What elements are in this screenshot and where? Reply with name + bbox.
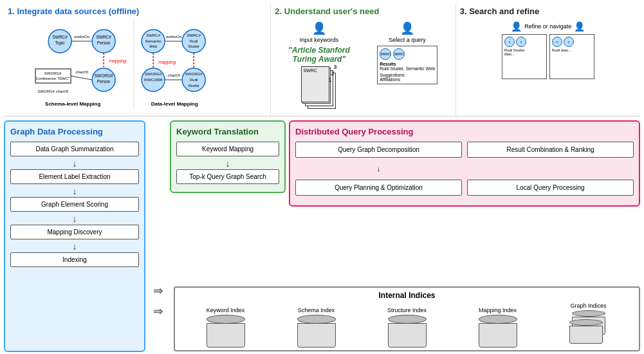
kt-box: Keyword Translation Keyword Mapping ↓ To… xyxy=(170,120,286,193)
indices-title: Internal Indices xyxy=(180,291,634,300)
num-3-badge: 3 xyxy=(333,64,336,70)
side-arrows-col: ⇒ ⇒ xyxy=(149,120,167,352)
refine-node-4: S xyxy=(564,37,574,47)
gdp-step-1: Data Graph Summarization xyxy=(10,142,139,156)
refine-panel-2: S S Rudi dasi... xyxy=(549,34,594,79)
section1-area: 1. Integrate data sources (offline) SWRC… xyxy=(4,4,271,116)
gdp-title: Graph Data Processing xyxy=(10,127,139,136)
cylinder-graph: Graph Indices xyxy=(563,303,614,348)
result-value1: Rudi Studer, Semantic Web xyxy=(380,66,435,71)
cylinder-mapping: Mapping Index xyxy=(472,307,524,348)
gdp-step-5: Indexing xyxy=(10,252,139,267)
dqp-step-2: Result Combination & Ranking xyxy=(467,142,634,158)
cylinder-schema: Schema Index xyxy=(291,307,342,348)
user-icon-select: 👤 xyxy=(400,21,414,35)
svg-text:Person: Person xyxy=(97,41,111,45)
affiliations-label: Affiliations xyxy=(380,77,435,82)
refine-mini-nodes: S S xyxy=(504,37,544,47)
doc-page-front: SWRC xyxy=(301,66,329,102)
gdp-box: Graph Data Processing Data Graph Summari… xyxy=(4,120,145,352)
dqp-step-1: Query Graph Decomposition xyxy=(295,142,462,158)
gdp-step-2: Element Label Extraction xyxy=(10,169,139,184)
refine-label: Refine or navigate xyxy=(524,23,571,30)
kt-arrow-1: ↓ xyxy=(176,159,279,168)
mini-node-1: SWRC xyxy=(380,48,391,60)
svg-text:Studer: Studer xyxy=(188,44,199,48)
select-query-label: Select a query xyxy=(389,37,426,43)
svg-text:Web: Web xyxy=(149,44,158,48)
svg-text:SWRC#: SWRC# xyxy=(187,33,201,37)
result-header: Results xyxy=(380,62,435,66)
cylinder-mapping-body xyxy=(479,323,517,348)
svg-text:worksOn: worksOn xyxy=(73,35,89,39)
mini-node-2: SWRC xyxy=(393,48,405,60)
arrow-4: ↓ xyxy=(10,242,139,251)
select-query-area: 👤 Select a query SWRC SWRC Results Rudi … xyxy=(363,19,452,113)
arrow-3: ↓ xyxy=(10,214,139,223)
dqp-step-4: Local Query Processing xyxy=(467,180,634,196)
cylinder-keyword-body xyxy=(207,323,245,348)
svg-text:SWORG#: SWORG# xyxy=(185,72,203,76)
kt-step-1: Keyword Mapping xyxy=(176,142,279,156)
refine-node-3: S xyxy=(552,37,562,47)
gdp-step-3: Graph Element Scoring xyxy=(10,197,139,212)
arrow-1: ↓ xyxy=(10,159,139,168)
svg-text:ISWC2008: ISWC2008 xyxy=(144,78,163,82)
svg-text:mapping: mapping xyxy=(109,59,126,64)
dqp-arrow-down-1: ↓ xyxy=(295,163,462,174)
kt-title: Keyword Translation xyxy=(176,127,279,136)
suggestions-label: Suggestions xyxy=(380,73,435,77)
section2-area: 2. Understand user's need 👤 Input keywor… xyxy=(271,4,455,116)
num-2-badge: 2 xyxy=(331,70,334,77)
cylinder-keyword-top xyxy=(207,315,245,324)
svg-text:Rudi: Rudi xyxy=(190,78,198,82)
mini-result-text: Results Rudi Studer, Semantic Web Sugges… xyxy=(380,62,435,82)
cylinder-structure-top xyxy=(388,315,427,324)
svg-text:chairOf: chairOf xyxy=(76,70,89,74)
input-keywords-area: 👤 Input keywords "Article Stanford Turin… xyxy=(275,19,363,113)
svg-text:Rudi: Rudi xyxy=(190,39,198,43)
svg-text:SWORG#: SWORG# xyxy=(145,72,162,76)
cylinder-schema-top xyxy=(297,315,336,324)
refine-area: 👤 Refine or navigate 👤 S S Rudi Studer d… xyxy=(460,19,636,79)
mini-nodes-row: SWRC SWRC xyxy=(380,48,435,60)
dqp-title: Distributed Query Processing xyxy=(295,127,634,136)
section2-title: 2. Understand user's need xyxy=(275,6,451,16)
input-keywords-label: Input keywords xyxy=(300,37,339,43)
cyl-front-top xyxy=(569,319,603,326)
refine-text-2: dasi... xyxy=(504,52,544,56)
kt-step-2: Top-k Query Graph Search xyxy=(176,169,279,184)
cylinder-structure: Structure Index xyxy=(382,307,433,348)
svg-text:mapping: mapping xyxy=(158,60,176,65)
svg-text:Topic: Topic xyxy=(55,41,66,46)
svg-text:Data-level Mapping: Data-level Mapping xyxy=(151,101,198,107)
refine-mini-nodes-2: S S xyxy=(552,37,592,47)
doc-stack: SWRC 3 2 1 xyxy=(301,66,336,108)
svg-text:Semantic: Semantic xyxy=(145,39,161,43)
svg-text:SWORG#: SWORG# xyxy=(95,73,113,78)
user-icon-input: 👤 xyxy=(312,21,326,35)
num-1-badge: 1 xyxy=(328,77,331,83)
indices-section: Internal Indices Keyword Index Schema In… xyxy=(174,286,640,351)
svg-text:Studer: Studer xyxy=(188,84,199,88)
refine-node-1: S xyxy=(504,37,515,47)
refine-panel-1: S S Rudi Studer dasi... xyxy=(502,34,547,79)
side-arrow-2: ⇒ xyxy=(153,304,163,319)
svg-text:SWORG# chairOf: SWORG# chairOf xyxy=(37,89,68,93)
side-arrow-1: ⇒ xyxy=(153,284,163,298)
user-icon-refine-left: 👤 xyxy=(511,21,522,32)
cyl-front xyxy=(569,319,603,344)
stacked-cylinders xyxy=(569,310,608,348)
cylinder-keyword: Keyword Index xyxy=(200,307,252,348)
main-container: 1. Integrate data sources (offline) SWRC… xyxy=(0,0,644,354)
svg-text:Conference "ISWC": Conference "ISWC" xyxy=(36,77,70,80)
cylinder-structure-body xyxy=(388,323,427,348)
mapping-index-label: Mapping Index xyxy=(479,307,517,313)
refine-node-2: S xyxy=(516,37,526,47)
arrow-2: ↓ xyxy=(10,187,139,196)
structure-index-label: Structure Index xyxy=(387,307,427,313)
gdp-step-4: Mapping Discovery xyxy=(10,225,139,239)
section3-title: 3. Search and refine xyxy=(460,6,636,16)
cyl-back-top xyxy=(572,310,605,317)
svg-text:chairOf: chairOf xyxy=(168,73,181,77)
